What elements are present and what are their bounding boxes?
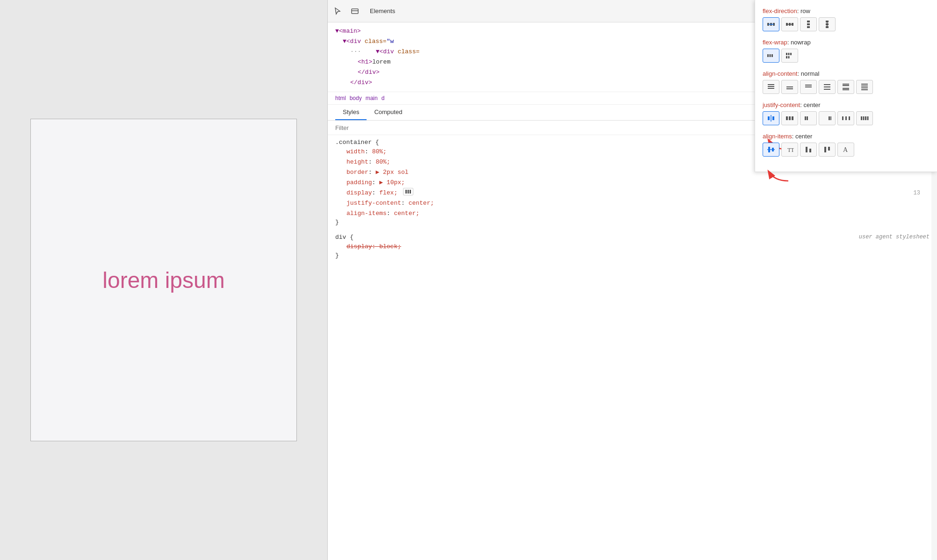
flex-wrap-label: flex-wrap: nowrap: [763, 39, 930, 46]
jc-btn-5[interactable]: [837, 111, 854, 125]
svg-rect-48: [792, 116, 793, 120]
svg-rect-43: [768, 116, 770, 120]
svg-rect-19: [771, 54, 773, 57]
svg-rect-53: [842, 116, 843, 120]
svg-rect-13: [807, 26, 810, 28]
ai-btn-2[interactable]: T T: [781, 143, 798, 157]
breadcrumb-body[interactable]: body: [350, 95, 362, 101]
flex-direction-buttons: [763, 17, 930, 31]
flex-panel: flex-direction: row: [755, 0, 937, 172]
css-display-block[interactable]: display: block;: [335, 242, 930, 252]
svg-rect-57: [863, 116, 865, 120]
svg-rect-52: [830, 116, 831, 120]
ai-btn-4[interactable]: [819, 143, 836, 157]
align-items-label: align-items: center: [763, 133, 930, 140]
justify-content-label: justify-content: center: [763, 101, 930, 108]
justify-content-buttons: [763, 111, 930, 125]
ac-btn-4[interactable]: [819, 80, 836, 94]
div-close: }: [335, 252, 930, 259]
svg-rect-11: [807, 21, 810, 22]
svg-rect-67: [824, 147, 826, 152]
svg-text:A: A: [843, 146, 848, 153]
flex-dir-row-btn[interactable]: [763, 17, 779, 31]
devtools-panel: Elements ▼<main> ▼<div class="w ··· ▼<di…: [327, 0, 937, 560]
align-content-row: align-content: normal: [763, 70, 930, 94]
css-justify-content[interactable]: justify-content: center;: [335, 198, 930, 208]
jc-btn-2[interactable]: [781, 111, 798, 125]
justify-content-row: justify-content: center: [763, 101, 930, 125]
svg-rect-20: [786, 53, 787, 55]
svg-rect-12: [807, 23, 810, 25]
svg-rect-21: [788, 53, 790, 55]
align-items-buttons: T T: [763, 143, 930, 157]
svg-rect-47: [789, 116, 791, 120]
svg-rect-49: [805, 116, 806, 120]
breadcrumb-html[interactable]: html: [335, 95, 346, 101]
svg-text:T: T: [791, 146, 794, 153]
svg-rect-68: [828, 147, 830, 151]
elements-tab[interactable]: Elements: [366, 6, 399, 16]
flex-wrap-buttons: [763, 49, 930, 63]
ai-center-btn[interactable]: [763, 143, 779, 157]
flex-direction-label: flex-direction: row: [763, 7, 930, 14]
flex-editor-icon[interactable]: [403, 188, 413, 195]
user-agent-comment: user agent stylesheet: [859, 234, 930, 240]
flex-wrap-wrap-btn[interactable]: [781, 49, 798, 63]
jc-btn-6[interactable]: [856, 111, 873, 125]
flex-dir-row-reverse-btn[interactable]: [781, 17, 798, 31]
svg-rect-22: [790, 53, 792, 55]
flex-wrap-row: flex-wrap: nowrap: [763, 39, 930, 63]
css-align-items[interactable]: align-items: center;: [335, 208, 930, 219]
ai-btn-5[interactable]: A: [837, 143, 854, 157]
svg-rect-66: [809, 149, 811, 152]
tab-computed[interactable]: Computed: [367, 105, 410, 120]
svg-rect-17: [767, 54, 769, 57]
svg-rect-56: [861, 116, 862, 120]
svg-rect-4: [410, 190, 411, 194]
flex-dir-col-reverse-btn[interactable]: [819, 17, 836, 31]
preview-container: lorem ipsum: [30, 119, 297, 441]
svg-rect-46: [786, 116, 788, 120]
svg-rect-3: [408, 190, 409, 194]
css-display[interactable]: display: flex; 13: [335, 188, 930, 198]
svg-rect-65: [806, 147, 807, 152]
breadcrumb-main[interactable]: main: [366, 95, 378, 101]
svg-rect-55: [849, 116, 850, 120]
preview-text: lorem ipsum: [102, 267, 224, 293]
svg-rect-2: [405, 190, 407, 194]
tab-styles[interactable]: Styles: [335, 105, 367, 120]
flex-direction-row: flex-direction: row: [763, 7, 930, 31]
preview-area: lorem ipsum: [0, 0, 327, 560]
svg-rect-44: [772, 116, 774, 120]
ac-btn-1[interactable]: [763, 80, 779, 94]
filter-input[interactable]: [335, 124, 429, 131]
ac-btn-6[interactable]: [856, 80, 873, 94]
svg-rect-24: [788, 56, 790, 58]
cursor-icon[interactable]: [332, 6, 344, 17]
box-icon[interactable]: [349, 6, 360, 17]
svg-rect-0: [352, 9, 358, 14]
svg-rect-54: [845, 116, 847, 120]
ai-btn-3[interactable]: [800, 143, 817, 157]
flex-wrap-nowrap-btn[interactable]: [763, 49, 779, 63]
svg-rect-18: [770, 54, 771, 57]
div-selector: div { user agent stylesheet: [335, 234, 930, 241]
css-padding[interactable]: padding: ▶ 10px;: [335, 178, 930, 188]
jc-btn-4[interactable]: [819, 111, 836, 125]
align-content-label: align-content: normal: [763, 70, 930, 77]
svg-rect-23: [786, 56, 787, 58]
container-close: }: [335, 219, 930, 226]
svg-rect-58: [865, 116, 866, 120]
align-content-buttons: [763, 80, 930, 94]
ac-btn-3[interactable]: [800, 80, 817, 94]
ac-btn-5[interactable]: [837, 80, 854, 94]
flex-dir-col-btn[interactable]: [800, 17, 817, 31]
svg-rect-50: [807, 116, 808, 120]
jc-btn-3[interactable]: [800, 111, 817, 125]
align-items-row: align-items: center T T: [763, 133, 930, 157]
breadcrumb-d[interactable]: d: [382, 95, 385, 101]
jc-center-btn[interactable]: [763, 111, 779, 125]
svg-rect-51: [829, 116, 830, 120]
svg-rect-59: [867, 116, 869, 120]
ac-btn-2[interactable]: [781, 80, 798, 94]
